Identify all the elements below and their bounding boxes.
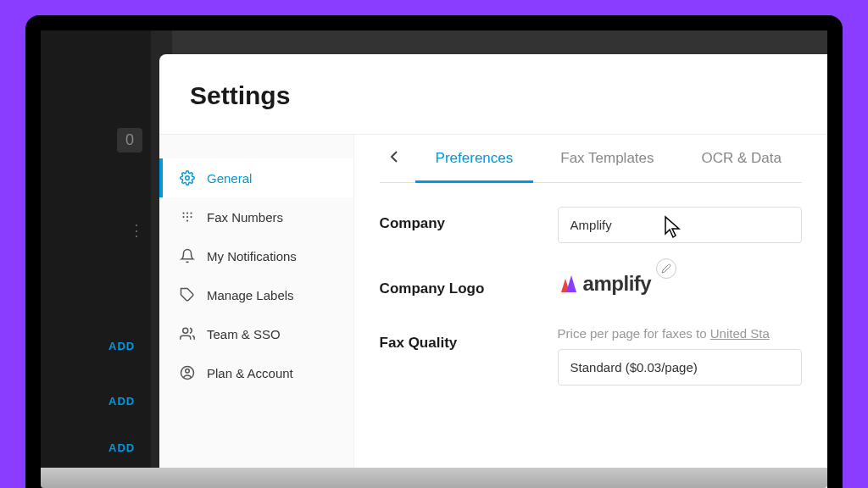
person-circle-icon <box>180 365 195 380</box>
tab-fax-templates[interactable]: Fax Templates <box>540 135 674 182</box>
nav-item-labels[interactable]: Manage Labels <box>159 275 353 314</box>
nav-label: General <box>207 171 252 186</box>
tab-preferences[interactable]: Preferences <box>415 135 534 182</box>
nav-label: Team & SSO <box>207 327 281 341</box>
logo-label: Company Logo <box>380 272 524 297</box>
screen: 0 ⋮ ADD ADD ADD Settings <box>41 30 827 488</box>
amplify-logo-text: amplify <box>583 272 652 296</box>
nav-label: Manage Labels <box>207 288 294 302</box>
nav-item-team[interactable]: Team & SSO <box>159 314 353 353</box>
svg-point-3 <box>190 212 192 214</box>
settings-content: Preferences Fax Templates OCR & Data Com… <box>354 135 827 488</box>
amplify-logo: amplify <box>558 272 652 296</box>
tabs-row: Preferences Fax Templates OCR & Data <box>380 135 802 183</box>
dialpad-icon <box>180 209 195 225</box>
top-bar <box>172 30 827 54</box>
svg-point-7 <box>186 219 188 221</box>
svg-point-10 <box>186 369 190 374</box>
nav-item-fax-numbers[interactable]: Fax Numbers <box>159 197 353 236</box>
svg-point-2 <box>186 212 188 214</box>
svg-point-0 <box>186 176 190 180</box>
nav-item-notifications[interactable]: My Notifications <box>159 236 353 275</box>
add-button[interactable]: ADD <box>108 441 135 454</box>
settings-body: General Fax Numbers <box>159 135 827 488</box>
monitor-frame: 0 ⋮ ADD ADD ADD Settings <box>25 15 843 488</box>
gear-icon <box>180 170 195 186</box>
nav-item-plan[interactable]: Plan & Account <box>159 353 353 392</box>
page-title: Settings <box>190 81 797 110</box>
tag-icon <box>180 287 195 302</box>
nav-item-general[interactable]: General <box>159 158 353 197</box>
sidebar-counter: 0 <box>117 128 142 152</box>
tab-scroll-left[interactable] <box>380 136 409 180</box>
more-dots-icon[interactable]: ⋮ <box>129 221 142 240</box>
amplify-mark-icon <box>558 274 580 294</box>
nav-label: My Notifications <box>207 249 297 263</box>
form-row-logo: Company Logo <box>380 272 802 297</box>
add-button[interactable]: ADD <box>108 340 135 352</box>
svg-point-5 <box>186 216 188 218</box>
quality-select[interactable] <box>558 349 802 385</box>
svg-point-8 <box>183 328 188 333</box>
form-row-quality: Fax Quality Price per page for faxes to … <box>380 326 802 385</box>
company-input[interactable] <box>558 207 802 243</box>
price-note: Price per page for faxes to United Sta <box>558 326 802 341</box>
settings-panel: Settings General <box>159 54 827 488</box>
edit-logo-button[interactable] <box>656 258 676 279</box>
svg-point-6 <box>190 216 192 218</box>
nav-label: Fax Numbers <box>207 210 283 225</box>
company-label: Company <box>380 207 524 232</box>
country-link[interactable]: United Sta <box>710 326 770 341</box>
settings-nav: General Fax Numbers <box>159 135 354 488</box>
tab-ocr-data[interactable]: OCR & Data <box>682 135 802 182</box>
add-button[interactable]: ADD <box>108 395 135 408</box>
form-row-company: Company <box>380 207 802 243</box>
svg-point-1 <box>182 212 184 214</box>
nav-label: Plan & Account <box>207 366 293 380</box>
quality-label: Fax Quality <box>380 326 524 352</box>
company-logo-display: amplify <box>558 272 652 296</box>
dark-app-sidebar: 0 ⋮ ADD ADD ADD <box>41 30 151 488</box>
svg-point-4 <box>182 216 184 218</box>
people-icon <box>180 326 195 341</box>
settings-header: Settings <box>159 54 827 135</box>
monitor-base <box>41 468 827 488</box>
bell-icon <box>180 248 195 263</box>
